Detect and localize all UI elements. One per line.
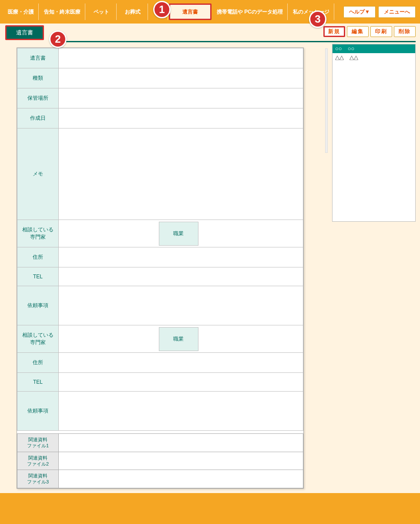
attach-label-2: 関連資料 ファイル2 — [17, 452, 59, 470]
value-expert1-name[interactable] — [59, 222, 159, 245]
value-will[interactable] — [59, 48, 303, 68]
delete-button[interactable]: 削除 — [394, 26, 416, 37]
value-tel1[interactable] — [59, 267, 303, 286]
attach-value-2[interactable] — [59, 452, 303, 470]
section-tag: 遺言書 — [5, 25, 44, 40]
callout-3: 3 — [309, 10, 326, 28]
value-tel2[interactable] — [59, 373, 303, 392]
value-memo[interactable] — [59, 128, 303, 220]
side-panel: ○○ ○○ △△ △△ — [332, 44, 416, 222]
side-list: ○○ ○○ △△ △△ — [333, 44, 415, 62]
attach-value-3[interactable] — [59, 470, 303, 488]
nav-tab-mobile-pc[interactable]: 携帯電話や PCのデータ処理 — [212, 3, 288, 20]
content-wrap: 遺言書 種類 保管場所 作成日 メモ 相談している 専門家 職業 住所 — [0, 42, 420, 493]
action-bar: 新規 編集 印刷 削除 — [323, 25, 416, 37]
value-occupation2[interactable] — [198, 327, 303, 351]
value-address1[interactable] — [59, 247, 303, 267]
label-type: 種類 — [17, 68, 59, 88]
attach-table: 関連資料 ファイル1 関連資料 ファイル2 関連資料 ファイル3 — [17, 433, 303, 488]
label-request2: 依頼事項 — [17, 392, 59, 431]
nav-tab-will[interactable]: 遺言書 — [169, 3, 212, 20]
value-request1[interactable] — [59, 286, 303, 325]
nav-tab-funeral[interactable]: お葬式 — [118, 3, 148, 20]
label-expert2: 相談している 専門家 — [17, 325, 59, 353]
form-panel: 遺言書 種類 保管場所 作成日 メモ 相談している 専門家 職業 住所 — [17, 47, 304, 489]
nav-tabs: 医療・介護 告知・終末医療 ペット お葬式 遺言書 携帯電話や PCのデータ処理… — [3, 3, 343, 20]
nav-tab-disclosure[interactable]: 告知・終末医療 — [40, 3, 85, 20]
side-item-1[interactable]: ○○ ○○ — [333, 44, 415, 53]
callout-2: 2 — [49, 30, 67, 48]
value-expert2-name[interactable] — [59, 327, 159, 351]
nav-tab-medical[interactable]: 医療・介護 — [3, 3, 39, 20]
value-storage[interactable] — [59, 88, 303, 108]
nav-tab-pet[interactable]: ペット — [86, 3, 117, 20]
value-type[interactable] — [59, 68, 303, 88]
value-date[interactable] — [59, 108, 303, 128]
label-address2: 住所 — [17, 353, 59, 373]
scrollbar[interactable] — [325, 48, 328, 153]
label-tel1: TEL — [17, 267, 59, 286]
label-memo: メモ — [17, 128, 59, 220]
label-will: 遺言書 — [17, 48, 59, 68]
help-button[interactable]: ヘルプ▼ — [343, 6, 376, 18]
edit-button[interactable]: 編集 — [347, 26, 369, 37]
label-address1: 住所 — [17, 247, 59, 267]
label-occupation2: 職業 — [159, 327, 198, 351]
form-table: 遺言書 種類 保管場所 作成日 メモ 相談している 専門家 職業 住所 — [17, 48, 303, 431]
value-address2[interactable] — [59, 353, 303, 373]
attach-label-1: 関連資料 ファイル1 — [17, 434, 59, 452]
label-occupation1: 職業 — [159, 222, 198, 245]
attach-label-3: 関連資料 ファイル3 — [17, 470, 59, 488]
callout-1: 1 — [153, 1, 171, 18]
value-occupation1[interactable] — [198, 222, 303, 245]
value-request2[interactable] — [59, 392, 303, 431]
attach-value-1[interactable] — [59, 434, 303, 452]
label-expert1: 相談している 専門家 — [17, 220, 59, 247]
label-tel2: TEL — [17, 373, 59, 392]
label-storage: 保管場所 — [17, 88, 59, 108]
new-button[interactable]: 新規 — [323, 26, 345, 37]
menu-button[interactable]: メニューへ — [378, 6, 416, 18]
label-date: 作成日 — [17, 108, 59, 128]
side-item-2[interactable]: △△ △△ — [333, 53, 415, 62]
label-request1: 依頼事項 — [17, 286, 59, 325]
nav-bar: 医療・介護 告知・終末医療 ペット お葬式 遺言書 携帯電話や PCのデータ処理… — [0, 0, 420, 24]
print-button[interactable]: 印刷 — [370, 26, 392, 37]
